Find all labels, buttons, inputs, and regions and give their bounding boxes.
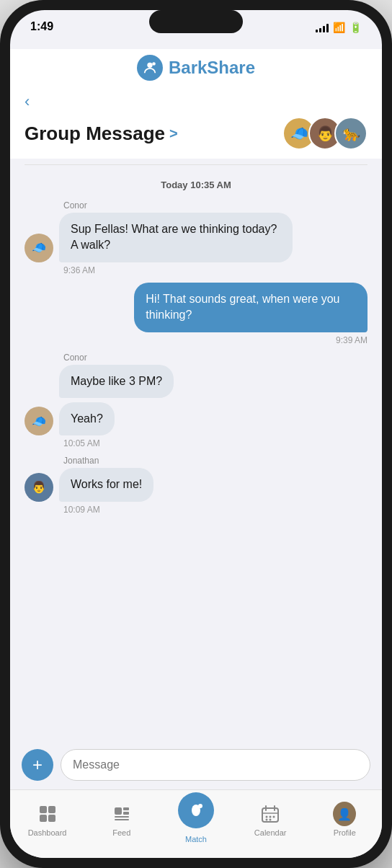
match-icon — [178, 796, 214, 832]
svg-point-15 — [273, 816, 275, 818]
svg-point-17 — [270, 819, 272, 821]
svg-rect-6 — [115, 819, 129, 820]
app-logo: BarkShare — [137, 55, 255, 81]
nav-feed-label: Feed — [112, 828, 130, 837]
message-row-5: 👨 Works for me! — [24, 468, 368, 501]
message-group-1: Conor 🧢 Sup Fellas! What are we thinking… — [24, 200, 368, 275]
nav-dashboard-label: Dashboard — [28, 828, 67, 837]
bubble-2: Hi! That sounds great, when were you thi… — [134, 283, 368, 332]
nav-match[interactable]: Match — [174, 796, 218, 843]
chat-title: Group Message > — [24, 123, 178, 145]
nav-dashboard[interactable]: Dashboard — [26, 802, 69, 837]
nav-feed[interactable]: Feed — [100, 802, 143, 837]
chat-title-row: Group Message > 🧢 👨 🐆 — [24, 117, 368, 150]
app-header: BarkShare — [10, 49, 382, 92]
feed-icon — [110, 802, 133, 825]
bubble-1: Sup Fellas! What are we thinking today? … — [59, 213, 293, 262]
add-button[interactable]: + — [22, 749, 53, 781]
phone-screen: 1:49 📶 🔋 — [10, 10, 382, 858]
sender-name-3: Conor — [63, 353, 368, 363]
calendar-icon — [259, 802, 282, 825]
svg-rect-5 — [115, 816, 129, 818]
input-area: + — [10, 742, 382, 789]
bottom-nav: Dashboard Feed — [10, 789, 382, 858]
bubble-4: Yeah? — [59, 402, 115, 435]
avatar-conor: 🧢 — [24, 234, 53, 262]
date-timestamp: Today 10:35 AM — [24, 180, 368, 190]
back-button[interactable]: ‹ — [24, 92, 368, 111]
msg-time-1: 9:36 AM — [63, 265, 368, 275]
message-input[interactable] — [61, 749, 370, 781]
msg-time-5: 10:09 AM — [63, 505, 368, 515]
svg-point-14 — [270, 816, 272, 818]
chat-header: ‹ Group Message > 🧢 👨 🐆 — [10, 92, 382, 159]
svg-point-0 — [147, 63, 152, 68]
msg-time-2: 9:39 AM — [24, 335, 368, 345]
sender-name-1: Conor — [63, 200, 368, 211]
chevron-icon[interactable]: > — [169, 125, 178, 142]
avatar-3: 🐆 — [334, 117, 368, 150]
status-time: 1:49 — [30, 20, 53, 33]
messages-area[interactable]: Today 10:35 AM Conor 🧢 Sup Fellas! What … — [10, 165, 382, 742]
message-row-1: 🧢 Sup Fellas! What are we thinking today… — [24, 213, 368, 262]
bubble-5: Works for me! — [59, 468, 153, 501]
logo-icon — [137, 55, 163, 81]
message-row-4: 🧢 Yeah? — [24, 402, 368, 435]
battery-icon: 🔋 — [349, 22, 362, 33]
nav-profile[interactable]: 👤 Profile — [323, 802, 366, 837]
svg-point-1 — [152, 62, 156, 66]
sender-name-5: Jonathan — [63, 456, 368, 466]
status-icons: 📶 🔋 — [316, 22, 362, 33]
avatar-group: 🧢 👨 🐆 — [282, 117, 368, 150]
avatar-jonathan: 👨 — [24, 473, 53, 502]
msg-time-4: 10:05 AM — [63, 438, 368, 448]
signal-icon — [316, 22, 329, 32]
notch — [149, 10, 243, 33]
nav-calendar[interactable]: Calendar — [249, 802, 292, 837]
svg-rect-2 — [115, 807, 122, 815]
profile-icon: 👤 — [333, 802, 356, 825]
svg-point-16 — [266, 819, 268, 821]
message-row-2: Hi! That sounds great, when were you thi… — [24, 283, 368, 332]
phone-frame: 1:49 📶 🔋 — [0, 0, 392, 868]
avatar-conor-2: 🧢 — [24, 407, 53, 435]
svg-rect-4 — [123, 812, 129, 815]
nav-calendar-label: Calendar — [254, 828, 287, 837]
bubble-3: Maybe like 3 PM? — [59, 365, 174, 398]
message-group-5: Jonathan 👨 Works for me! 10:09 AM — [24, 456, 368, 514]
svg-point-13 — [266, 816, 268, 818]
nav-profile-label: Profile — [334, 828, 356, 837]
message-group-2: Hi! That sounds great, when were you thi… — [24, 283, 368, 345]
svg-rect-3 — [123, 807, 129, 810]
nav-match-label: Match — [185, 835, 207, 843]
dashboard-icon — [36, 802, 59, 825]
logo-text: BarkShare — [169, 58, 255, 78]
message-group-3: Conor Maybe like 3 PM? 🧢 Yeah? 10:05 AM — [24, 353, 368, 449]
wifi-icon: 📶 — [333, 22, 345, 33]
svg-point-8 — [198, 804, 202, 808]
